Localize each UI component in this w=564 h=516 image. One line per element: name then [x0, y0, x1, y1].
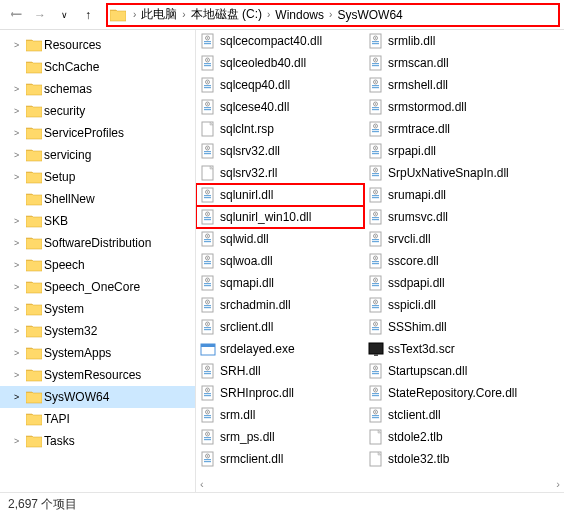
file-item[interactable]: srpapi.dll [364, 140, 532, 162]
file-item[interactable]: srmclient.dll [196, 448, 364, 470]
file-item[interactable]: sqlcecompact40.dll [196, 30, 364, 52]
tree-item-label: SystemResources [44, 368, 141, 382]
file-item[interactable]: srm_ps.dll [196, 426, 364, 448]
file-label: SSShim.dll [388, 320, 447, 334]
file-column: srmlib.dllsrmscan.dllsrmshell.dllsrmstor… [364, 30, 532, 492]
chevron-right-icon: > [14, 392, 24, 402]
tree-item-systemapps[interactable]: >SystemApps [0, 342, 195, 364]
up-button[interactable]: ↑ [76, 3, 100, 27]
file-item[interactable]: stclient.dll [364, 404, 532, 426]
tree-item-shellnew[interactable]: ShellNew [0, 188, 195, 210]
file-item[interactable]: sqlceqp40.dll [196, 74, 364, 96]
breadcrumb-item[interactable]: SysWOW64 [335, 8, 404, 22]
file-item[interactable]: srvcli.dll [364, 228, 532, 250]
tree-item-speech[interactable]: >Speech [0, 254, 195, 276]
tree-item-tasks[interactable]: >Tasks [0, 430, 195, 452]
dll-icon [200, 275, 216, 291]
recent-dropdown[interactable]: ∨ [52, 3, 76, 27]
chevron-right-icon: > [14, 84, 24, 94]
file-label: StateRepository.Core.dll [388, 386, 517, 400]
breadcrumb[interactable]: › 此电脑 › 本地磁盘 (C:) › Windows › SysWOW64 [106, 3, 560, 27]
file-item[interactable]: srmtrace.dll [364, 118, 532, 140]
file-item[interactable]: srumapi.dll [364, 184, 532, 206]
dll-icon [200, 319, 216, 335]
file-item[interactable]: SRHInproc.dll [196, 382, 364, 404]
file-item[interactable]: sqlwoa.dll [196, 250, 364, 272]
file-item[interactable]: sqlcese40.dll [196, 96, 364, 118]
file-item[interactable]: srumsvc.dll [364, 206, 532, 228]
dll-icon [368, 55, 384, 71]
file-label: SRH.dll [220, 364, 261, 378]
tree-item-schemas[interactable]: >schemas [0, 78, 195, 100]
file-label: srclient.dll [220, 320, 273, 334]
file-item[interactable]: StateRepository.Core.dll [364, 382, 532, 404]
breadcrumb-item[interactable]: 本地磁盘 (C:) [189, 6, 264, 23]
tree-item-schcache[interactable]: SchCache [0, 56, 195, 78]
chevron-right-icon: › [267, 9, 270, 20]
file-item[interactable]: sqlunirl.dll [196, 184, 364, 206]
tree-item-syswow64[interactable]: >SysWOW64 [0, 386, 195, 408]
file-item[interactable]: srmscan.dll [364, 52, 532, 74]
folder-icon [26, 38, 42, 52]
file-item[interactable]: srclient.dll [196, 316, 364, 338]
file-item[interactable]: sqmapi.dll [196, 272, 364, 294]
tree-item-softwaredistribution[interactable]: >SoftwareDistribution [0, 232, 195, 254]
file-item[interactable]: SrpUxNativeSnapIn.dll [364, 162, 532, 184]
file-item[interactable]: srmstormod.dll [364, 96, 532, 118]
file-item[interactable]: sqlsrv32.rll [196, 162, 364, 184]
tree-item-speech_onecore[interactable]: >Speech_OneCore [0, 276, 195, 298]
file-label: srmstormod.dll [388, 100, 467, 114]
file-item[interactable]: stdole32.tlb [364, 448, 532, 470]
tree-item-skb[interactable]: >SKB [0, 210, 195, 232]
folder-icon [26, 192, 42, 206]
file-item[interactable]: SRH.dll [196, 360, 364, 382]
tree-item-label: schemas [44, 82, 92, 96]
folder-tree[interactable]: >ResourcesSchCache>schemas>security>Serv… [0, 30, 196, 492]
dll-icon [368, 407, 384, 423]
forward-button[interactable]: → [28, 3, 52, 27]
file-label: sqlceqp40.dll [220, 78, 290, 92]
file-item[interactable]: sqlunirl_win10.dll [196, 206, 364, 228]
tree-item-systemresources[interactable]: >SystemResources [0, 364, 195, 386]
file-item[interactable]: Startupscan.dll [364, 360, 532, 382]
tree-item-system[interactable]: >System [0, 298, 195, 320]
tree-item-serviceprofiles[interactable]: >ServiceProfiles [0, 122, 195, 144]
dll-icon [200, 385, 216, 401]
file-item[interactable]: srmshell.dll [364, 74, 532, 96]
tree-item-servicing[interactable]: >servicing [0, 144, 195, 166]
dll-icon [368, 165, 384, 181]
file-label: stclient.dll [388, 408, 441, 422]
file-item[interactable]: sqlceoledb40.dll [196, 52, 364, 74]
file-item[interactable]: srmlib.dll [364, 30, 532, 52]
tree-item-tapi[interactable]: TAPI [0, 408, 195, 430]
file-item[interactable]: sqlclnt.rsp [196, 118, 364, 140]
file-label: sqlwoa.dll [220, 254, 273, 268]
file-item[interactable]: srdelayed.exe [196, 338, 364, 360]
file-item[interactable]: sqlsrv32.dll [196, 140, 364, 162]
file-item[interactable]: srm.dll [196, 404, 364, 426]
scroll-left-icon[interactable]: ‹ [200, 478, 204, 490]
tree-item-label: Speech_OneCore [44, 280, 140, 294]
file-item[interactable]: ssText3d.scr [364, 338, 532, 360]
dll-icon [368, 319, 384, 335]
tree-item-security[interactable]: >security [0, 100, 195, 122]
file-item[interactable]: ssdpapi.dll [364, 272, 532, 294]
file-item[interactable]: stdole2.tlb [364, 426, 532, 448]
file-item[interactable]: sspicli.dll [364, 294, 532, 316]
file-item[interactable]: sqlwid.dll [196, 228, 364, 250]
back-button[interactable]: 🠔 [4, 3, 28, 27]
file-label: sqlcese40.dll [220, 100, 289, 114]
status-bar: 2,697 个项目 [0, 492, 564, 516]
breadcrumb-item[interactable]: Windows [273, 8, 326, 22]
dll-icon [368, 121, 384, 137]
file-item[interactable]: SSShim.dll [364, 316, 532, 338]
tree-item-setup[interactable]: >Setup [0, 166, 195, 188]
file-item[interactable]: sscore.dll [364, 250, 532, 272]
tree-item-system32[interactable]: >System32 [0, 320, 195, 342]
file-item[interactable]: srchadmin.dll [196, 294, 364, 316]
scroll-right-icon[interactable]: › [556, 478, 560, 490]
tree-item-resources[interactable]: >Resources [0, 34, 195, 56]
file-label: sqmapi.dll [220, 276, 274, 290]
breadcrumb-item[interactable]: 此电脑 [139, 6, 179, 23]
file-label: srmlib.dll [388, 34, 435, 48]
